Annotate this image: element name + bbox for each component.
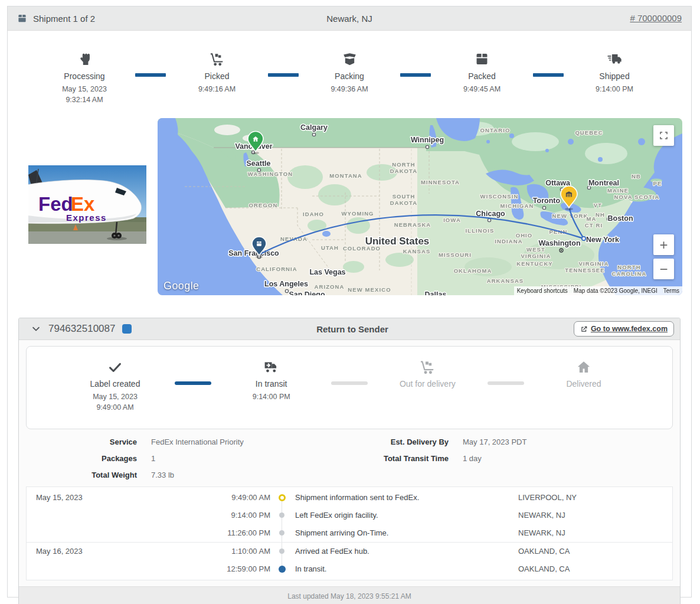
map-state-label: NEBRASKA — [394, 221, 431, 228]
step-shipped: Shipped 9:14:00 PM — [567, 52, 662, 94]
shipment-status-timeline: Processing May 15, 20239:32:14 AM Picked… — [8, 31, 691, 118]
step-label: Shipped — [599, 71, 629, 81]
box-icon — [475, 52, 489, 67]
map-state-label: MICHIGAN — [501, 203, 534, 209]
map-city-label: Washington — [538, 239, 580, 247]
zoom-out-button[interactable]: − — [653, 259, 674, 279]
order-number-link[interactable]: # 700000009 — [630, 13, 682, 23]
event-date: May 15, 2023 — [36, 493, 174, 502]
detail-value: 1 day — [463, 454, 673, 463]
external-link-icon — [580, 325, 588, 333]
map-state-label: WASHINGTON — [248, 171, 293, 177]
map-country-label: United States — [365, 236, 430, 247]
map-city-label: Calgary — [300, 123, 328, 132]
go-to-fedex-button[interactable]: Go to www.fedex.com — [574, 321, 674, 337]
map-canvas: ONTARIO QUEBEC WASHINGTON OREGON IDAHO M… — [158, 118, 682, 295]
step-time: 9:49:16 AM — [198, 84, 235, 94]
map-state-label: KENTUCKY — [516, 260, 553, 267]
map-state-label: VIRGINIA — [578, 260, 609, 267]
event-dot-past — [279, 512, 284, 518]
timeline-connector — [529, 73, 568, 77]
hand-grab-icon — [77, 52, 92, 67]
google-map[interactable]: ONTARIO QUEBEC WASHINGTON OREGON IDAHO M… — [158, 118, 682, 295]
keyboard-shortcuts-link[interactable]: Keyboard shortcuts — [514, 286, 571, 295]
step-time: 9:32:14 AM — [62, 94, 107, 105]
map-state-label: OREGON — [249, 202, 278, 208]
home-icon — [576, 360, 591, 375]
map-state-label: MA — [587, 216, 597, 222]
event-row: 11:26:00 PM Shipment arriving On-Time. N… — [27, 524, 672, 542]
event-time: 11:26:00 PM — [174, 528, 270, 537]
map-state-label: NB — [632, 173, 641, 179]
tracking-header: 794632510087 Return to Sender Go to www.… — [19, 318, 680, 340]
map-state-label: NEW MEXICO — [348, 286, 391, 293]
event-location: OAKLAND, CA — [518, 547, 663, 556]
tstep-time: 9:49:00 AM — [93, 402, 138, 413]
step-label: Packing — [335, 71, 364, 81]
tracking-status-title: Return to Sender — [225, 324, 479, 334]
event-date: May 16, 2023 — [36, 547, 174, 556]
map-state-label: OHIO — [516, 232, 533, 239]
detail-label: Service — [26, 438, 137, 446]
map-state-label: WYOMING — [341, 210, 374, 217]
timeline-connector — [132, 73, 170, 77]
map-state-label: MINNESOTA — [421, 179, 460, 185]
map-city-label: New York — [586, 236, 619, 244]
map-state-label: MAINE — [607, 187, 629, 194]
box-open-icon — [342, 52, 357, 67]
map-state-label: CALIFORNIA — [256, 266, 297, 272]
map-city-label: Boston — [607, 214, 633, 223]
dolly-icon — [210, 52, 224, 67]
fedex-plane-photo: Fed Ex Express — [28, 165, 146, 244]
tstep-label: Out for delivery — [400, 379, 456, 388]
map-state-label: SOUTH — [392, 193, 416, 200]
media-row: Fed Ex Express — [8, 118, 691, 308]
shipment-destination: Newark, NJ — [326, 14, 372, 24]
truck-arrow-icon — [264, 360, 279, 375]
timeline-connector — [397, 73, 435, 77]
map-city-label: San Diego — [289, 290, 325, 295]
map-state-label: CAROLINA — [612, 270, 647, 277]
event-time: 1:10:00 AM — [174, 547, 270, 556]
tstep-label: In transit — [256, 379, 287, 388]
terms-link[interactable]: Terms — [660, 286, 682, 295]
map-city-label: San Francisco — [228, 249, 279, 257]
tracking-events-table: May 15, 2023 9:49:00 AM Shipment informa… — [26, 487, 673, 580]
detail-label: Total Transit Time — [349, 454, 449, 463]
tstep-label: Delivered — [566, 379, 601, 388]
map-city-label: Montreal — [588, 179, 619, 187]
event-description: Arrived at FedEx hub. — [293, 547, 518, 556]
truck-fast-icon — [607, 52, 622, 67]
map-state-label: ARIZONA — [315, 283, 345, 290]
step-date: May 15, 2023 — [62, 84, 107, 94]
package-icon — [17, 14, 27, 24]
step-label: Picked — [204, 71, 229, 81]
tracking-card: 794632510087 Return to Sender Go to www.… — [18, 318, 681, 604]
fullscreen-icon — [658, 130, 669, 141]
map-city-label: Dallas — [425, 290, 447, 295]
plane-logo-ex: Ex — [71, 193, 95, 215]
map-state-label: ARKANSAS — [487, 277, 524, 284]
plane-logo-express: Express — [66, 213, 107, 223]
map-state-label: NOVA SCOTIA — [614, 194, 659, 200]
event-description: Left FedEx origin facility. — [293, 511, 518, 520]
step-time: 9:49:45 AM — [463, 84, 501, 94]
fullscreen-button[interactable] — [653, 125, 674, 146]
map-state-label: ILLINOIS — [466, 227, 495, 234]
step-time: 9:14:00 PM — [596, 84, 633, 94]
map-state-label: DAKOTA — [390, 168, 418, 174]
tracking-status-timeline: Label created May 15, 20239:49:00 AM In … — [26, 346, 673, 429]
map-city-label: Seattle — [247, 159, 271, 168]
map-state-label: DAKOTA — [390, 200, 418, 206]
zoom-in-button[interactable]: + — [653, 234, 674, 255]
step-packed: Packed 9:49:45 AM — [435, 52, 529, 94]
event-dot-past — [279, 549, 284, 554]
tstep-label: Label created — [90, 379, 140, 388]
details-right: Est. Delivery By May 17, 2023 PDT Total … — [349, 438, 673, 479]
event-row: May 16, 2023 1:10:00 AM Arrived at FedEx… — [27, 542, 672, 560]
detail-label: Packages — [26, 454, 137, 463]
map-data-attribution: Map data ©2023 Google, INEGI — [571, 286, 660, 295]
map-state-label: KANSAS — [403, 248, 431, 254]
chevron-down-icon[interactable] — [31, 324, 41, 334]
map-city-label: Las Vegas — [309, 268, 345, 276]
